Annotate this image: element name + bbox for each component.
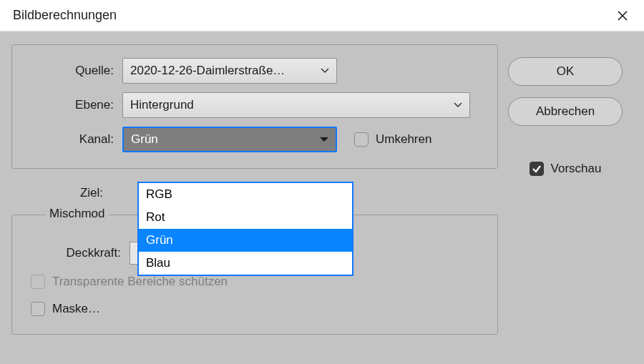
left-column: Quelle: 2020-12-26-Daimlerstraße… Ebene:… — [11, 44, 498, 355]
invert-label: Umkehren — [376, 132, 431, 147]
layer-label: Ebene: — [22, 98, 122, 112]
transparent-protect-label: Transparente Bereiche schützen — [52, 275, 228, 289]
channel-value: Grün — [131, 132, 158, 147]
ok-button[interactable]: OK — [508, 57, 623, 86]
opacity-label: Deckkraft: — [22, 246, 130, 260]
channel-label: Kanal: — [22, 132, 122, 147]
chevron-down-icon — [454, 102, 462, 108]
layer-value: Hintergrund — [130, 98, 194, 112]
channel-option-blau[interactable]: Blau — [139, 252, 352, 275]
channel-option-rot[interactable]: Rot — [139, 206, 352, 229]
chevron-down-icon — [321, 68, 329, 74]
dialog-body: Quelle: 2020-12-26-Daimlerstraße… Ebene:… — [0, 31, 644, 364]
invert-checkbox[interactable] — [354, 132, 369, 147]
source-value: 2020-12-26-Daimlerstraße… — [130, 64, 285, 78]
channel-dropdown[interactable]: Grün — [122, 127, 337, 152]
channel-option-gruen[interactable]: Grün — [139, 229, 352, 252]
transparent-protect-checkbox — [31, 275, 45, 289]
mask-checkbox[interactable] — [31, 302, 45, 316]
source-group: Quelle: 2020-12-26-Daimlerstraße… Ebene:… — [11, 44, 498, 169]
source-dropdown[interactable]: 2020-12-26-Daimlerstraße… — [122, 58, 337, 84]
right-column: OK Abbrechen Vorschau — [498, 44, 633, 355]
titlebar: Bildberechnungen — [0, 0, 644, 31]
cancel-button[interactable]: Abbrechen — [508, 97, 623, 126]
mask-label: Maske… — [52, 302, 100, 316]
dialog-title: Bildberechnungen — [13, 8, 117, 23]
preview-checkbox[interactable] — [530, 162, 544, 176]
close-button[interactable] — [611, 7, 634, 24]
source-label: Quelle: — [22, 64, 122, 78]
preview-label: Vorschau — [551, 162, 602, 176]
channel-dropdown-list: RGB Rot Grün Blau — [137, 182, 353, 276]
channel-option-rgb[interactable]: RGB — [139, 183, 352, 206]
target-label: Ziel: — [11, 186, 112, 200]
layer-dropdown[interactable]: Hintergrund — [122, 92, 470, 118]
chevron-down-icon — [320, 137, 328, 142]
mix-legend: Mischmod — [45, 207, 109, 221]
